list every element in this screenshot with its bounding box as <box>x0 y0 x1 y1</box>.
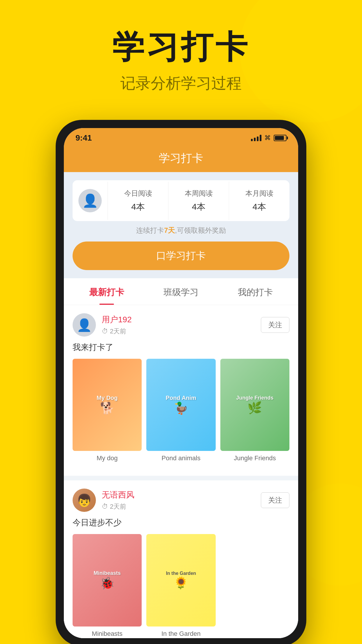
phone-container: 9:41 ⌘ 学习打卡 <box>0 120 362 644</box>
books-row-2: Minibeasts 🐞 Minibeasts In the Garden 🌻 <box>73 534 289 638</box>
feed-user-1-name: 用户192 <box>102 314 261 325</box>
book-cover-jungle: Jungle Friends 🌿 <box>220 359 289 451</box>
checkin-btn-area: 口学习打卡 <box>64 237 298 278</box>
week-value: 4本 <box>171 201 226 213</box>
week-label: 本周阅读 <box>171 189 226 198</box>
book-item-minibeast[interactable]: Minibeasts 🐞 Minibeasts <box>73 534 142 638</box>
checkin-prompt-text: 连续打卡7天,可领取额外奖励 <box>136 226 226 234</box>
page-subtitle: 记录分析学习过程 <box>0 73 362 94</box>
book-cover-pond: Pond Anim 🦆 <box>146 359 215 451</box>
page-header: 学习打卡 记录分析学习过程 <box>0 0 362 102</box>
status-icons: ⌘ <box>251 134 287 142</box>
tabs-section: 最新打卡 班级学习 我的打卡 <box>64 278 298 305</box>
book-label-mydog: My dog <box>73 454 142 463</box>
week-stat: 本周阅读 4本 <box>168 182 229 220</box>
book-illustration-2: 🦆 <box>166 401 196 415</box>
book-label-garden: In the Garden <box>146 629 215 638</box>
book-illustration-4: 🐞 <box>94 576 121 590</box>
user-icon: 👤 <box>82 193 98 208</box>
book-item-garden[interactable]: In the Garden 🌻 In the Garden <box>146 534 215 638</box>
battery-icon <box>274 135 287 141</box>
book-cover-mydog: My Dog 🐕 <box>73 359 142 451</box>
book-label-minibeast: Minibeasts <box>73 629 142 638</box>
book-item-jungle[interactable]: Jungle Friends 🌿 Jungle Friends <box>220 359 289 463</box>
feed-card-1-header: 👤 用户192 ⏱ 2天前 关注 <box>73 313 289 337</box>
clock-icon: ⏱ <box>102 328 108 335</box>
app-header-title: 学习打卡 <box>159 152 203 164</box>
today-stat: 今日阅读 4本 <box>108 182 168 220</box>
stats-columns: 今日阅读 4本 本周阅读 4本 本月阅读 4本 <box>108 182 289 220</box>
feed-user-2-name: 无语西风 <box>102 489 261 501</box>
feed-card-2-text: 今日进步不少 <box>73 517 289 528</box>
phone-frame: 9:41 ⌘ 学习打卡 <box>56 120 306 644</box>
feed-card-2-header: 👦 无语西风 ⏱ 2天前 关注 <box>73 489 289 512</box>
book-cover-garden: In the Garden 🌻 <box>146 534 215 626</box>
feed-user-2-avatar: 👦 <box>73 489 96 512</box>
status-bar: 9:41 ⌘ <box>64 128 298 146</box>
tab-mine[interactable]: 我的打卡 <box>218 278 292 305</box>
today-value: 4本 <box>111 201 165 213</box>
page-title-main: 学习打卡 <box>0 29 362 64</box>
book-illustration-5: 🌻 <box>166 576 196 590</box>
month-label: 本月阅读 <box>232 189 287 198</box>
book-illustration-1: 🐕 <box>97 401 118 415</box>
book-item-mydog[interactable]: My Dog 🐕 My dog <box>73 359 142 463</box>
feed-user-1-info: 用户192 ⏱ 2天前 <box>102 314 261 336</box>
books-row-1: My Dog 🐕 My dog Pond Anim 🦆 <box>73 359 289 463</box>
book-label-jungle: Jungle Friends <box>220 454 289 463</box>
checkin-button[interactable]: 口学习打卡 <box>73 242 289 270</box>
feed-user-2-info: 无语西风 ⏱ 2天前 <box>102 489 261 511</box>
stats-section: 👤 今日阅读 4本 本周阅读 4本 本月阅读 <box>64 172 298 221</box>
app-header: 学习打卡 <box>64 146 298 172</box>
feed-user-1-time: ⏱ 2天前 <box>102 327 261 336</box>
feed-user-1-avatar: 👤 <box>73 313 96 337</box>
clock-icon-2: ⏱ <box>102 503 108 510</box>
user-avatar-area: 👤 <box>73 180 108 221</box>
signal-bars-icon <box>251 135 261 141</box>
avatar: 👤 <box>78 189 102 212</box>
checkin-prompt: 连续打卡7天,可领取额外奖励 <box>64 221 298 237</box>
feed-user-1-icon: 👤 <box>77 318 92 332</box>
book-item-placeholder <box>220 534 289 638</box>
feed-section: 👤 用户192 ⏱ 2天前 关注 我来打卡了 <box>64 305 298 638</box>
stats-row: 👤 今日阅读 4本 本周阅读 4本 本月阅读 <box>73 180 289 221</box>
today-label: 今日阅读 <box>111 189 165 198</box>
book-label-pond: Pond animals <box>146 454 215 463</box>
checkin-btn-label: 口学习打卡 <box>156 249 206 262</box>
book-cover-minibeast: Minibeasts 🐞 <box>73 534 142 626</box>
book-title-display-5: In the Garden <box>166 571 196 576</box>
book-title-display-1: My Dog <box>97 395 118 401</box>
feed-user-2-photo: 👦 <box>77 493 92 508</box>
feed-card-2: 👦 无语西风 ⏱ 2天前 关注 今日进步不少 <box>64 480 298 638</box>
tab-class[interactable]: 班级学习 <box>144 278 218 305</box>
tab-latest[interactable]: 最新打卡 <box>70 278 144 305</box>
follow-button-2[interactable]: 关注 <box>261 492 289 508</box>
book-title-display-3: Jungle Friends <box>236 395 273 401</box>
wifi-icon: ⌘ <box>264 134 271 142</box>
checkin-highlight: 7天 <box>164 226 175 234</box>
book-item-pond[interactable]: Pond Anim 🦆 Pond animals <box>146 359 215 463</box>
month-stat: 本月阅读 4本 <box>229 182 289 220</box>
book-title-display-2: Pond Anim <box>166 395 196 401</box>
feed-card-1: 👤 用户192 ⏱ 2天前 关注 我来打卡了 <box>64 305 298 476</box>
feed-user-2-time: ⏱ 2天前 <box>102 502 261 511</box>
follow-button-1[interactable]: 关注 <box>261 317 289 333</box>
phone-screen: 9:41 ⌘ 学习打卡 <box>64 128 298 638</box>
book-illustration-3: 🌿 <box>236 401 273 415</box>
month-value: 4本 <box>232 201 287 213</box>
status-time: 9:41 <box>75 133 92 143</box>
book-title-display-4: Minibeasts <box>94 570 121 576</box>
feed-card-1-text: 我来打卡了 <box>73 342 289 353</box>
